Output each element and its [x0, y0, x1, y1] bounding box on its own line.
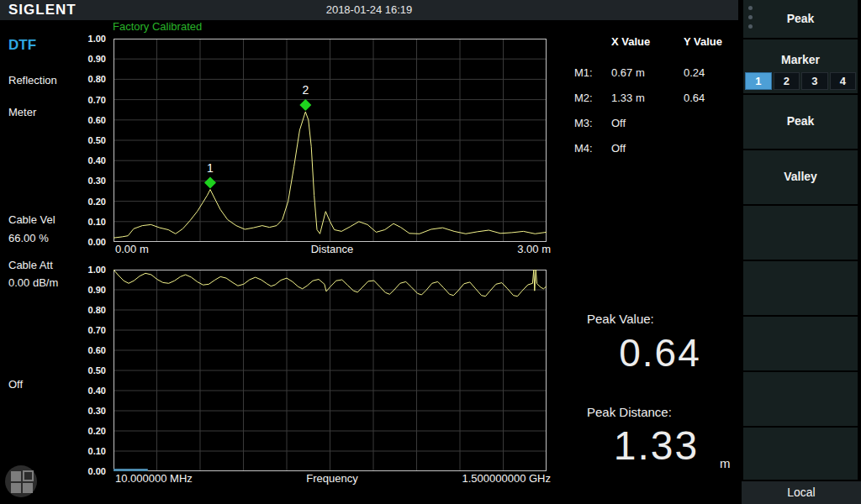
dtf-distance-trace: 12 [114, 39, 547, 242]
apps-grid-icon[interactable] [5, 465, 37, 497]
y-tick-label: 0.10 [88, 217, 106, 227]
y-tick-label: 0.90 [88, 54, 106, 64]
softkey-blank-button[interactable] [743, 372, 858, 426]
y-tick-label: 0.70 [88, 325, 106, 335]
mode-label: DTF [8, 37, 36, 54]
marker-3-segment[interactable]: 3 [801, 72, 828, 90]
cable-vel-value: 66.00 % [8, 232, 49, 244]
peak-value-label: Peak Value: [587, 312, 654, 326]
measure-type-label: Reflection [8, 74, 57, 87]
marker-select-group: 1 2 3 4 [745, 72, 856, 90]
cable-vel-label: Cable Vel [8, 213, 55, 226]
y-tick-label: 0.80 [88, 305, 106, 315]
cable-att-value: 0.00 dB/m [8, 276, 58, 289]
softkey-peak-button[interactable]: Peak [743, 95, 858, 149]
unit-label: Meter [8, 106, 36, 118]
marker-number-label: 2 [302, 83, 309, 97]
freq-chart-plot[interactable] [114, 270, 547, 471]
y-tick-label: 0.30 [88, 406, 106, 416]
y-tick-label: 0.80 [88, 74, 106, 84]
y-tick-label: 0.00 [88, 466, 106, 476]
x-end-label: 3.00 m [517, 243, 551, 255]
header-bar: SIGLENT 2018-01-24 16:19 [0, 0, 738, 20]
instrument-screen: SIGLENT 2018-01-24 16:19 Factory Calibra… [0, 0, 861, 504]
marker-table-x-header: X Value [611, 35, 650, 48]
dtf-chart-x-axis: 0.00 m Distance 3.00 m [114, 243, 551, 256]
softkey-valley-button[interactable]: Valley [743, 150, 858, 204]
y-tick-label: 0.40 [88, 155, 106, 165]
softkey-blank-button[interactable] [743, 206, 858, 260]
y-tick-label: 0.10 [88, 446, 106, 456]
y-tick-label: 1.00 [88, 265, 106, 275]
peak-distance-unit: m [720, 456, 731, 470]
y-tick-label: 0.30 [88, 176, 106, 186]
y-tick-label: 0.60 [88, 115, 106, 125]
peak-distance-label: Peak Distance: [587, 405, 672, 419]
x-end-label: 1.500000000 GHz [462, 472, 551, 485]
softkey-marker-button[interactable]: Marker 1 2 3 4 [743, 39, 858, 93]
y-tick-label: 1.00 [88, 34, 106, 44]
y-tick-label: 0.20 [88, 426, 106, 436]
frequency-return-loss-trace [114, 270, 547, 471]
y-tick-label: 0.50 [88, 365, 106, 375]
calibration-status: Factory Calibrated [113, 20, 202, 33]
y-tick-label: 0.60 [88, 345, 106, 355]
softkey-blank-button[interactable] [743, 317, 858, 370]
y-tick-label: 0.90 [88, 285, 106, 295]
local-button[interactable]: Local [742, 481, 861, 504]
cable-att-label: Cable Att [8, 259, 53, 271]
freq-chart-x-axis: 10.000000 MHz Frequency 1.500000000 GHz [114, 472, 551, 486]
marker-2-segment[interactable]: 2 [774, 72, 800, 90]
softkey-peak-top-button[interactable]: Peak [743, 0, 858, 38]
header-datetime: 2018-01-24 16:19 [0, 3, 738, 16]
marker-number-label: 1 [207, 161, 214, 175]
softkey-blank-button[interactable] [743, 261, 858, 315]
dtf-chart-plot[interactable]: 12 [114, 39, 547, 242]
dtf-chart-y-axis: 1.000.900.800.700.600.500.400.300.200.10… [72, 39, 109, 242]
softkey-sidebar: Peak Marker 1 2 3 4 Peak Valley Local [742, 0, 861, 504]
y-tick-label: 0.50 [88, 135, 106, 145]
marker-diamond-icon[interactable] [204, 177, 216, 189]
window-off-label: Off [8, 378, 23, 391]
marker-1-segment[interactable]: 1 [745, 72, 772, 90]
y-tick-label: 0.00 [88, 237, 106, 247]
marker-diamond-icon[interactable] [299, 99, 311, 111]
y-tick-label: 0.40 [88, 386, 106, 396]
marker-4-segment[interactable]: 4 [830, 72, 857, 90]
peak-distance-readout: 1.33 [583, 423, 730, 469]
marker-table-y-header: Y Value [684, 35, 722, 48]
y-tick-label: 0.20 [88, 197, 106, 207]
freq-chart-y-axis: 1.000.900.800.700.600.500.400.300.200.10… [72, 270, 109, 471]
y-tick-label: 0.70 [88, 95, 106, 105]
peak-value-readout: 0.64 [589, 330, 732, 375]
softkey-blank-button[interactable] [743, 428, 858, 480]
x-axis-title: Distance [114, 243, 551, 255]
